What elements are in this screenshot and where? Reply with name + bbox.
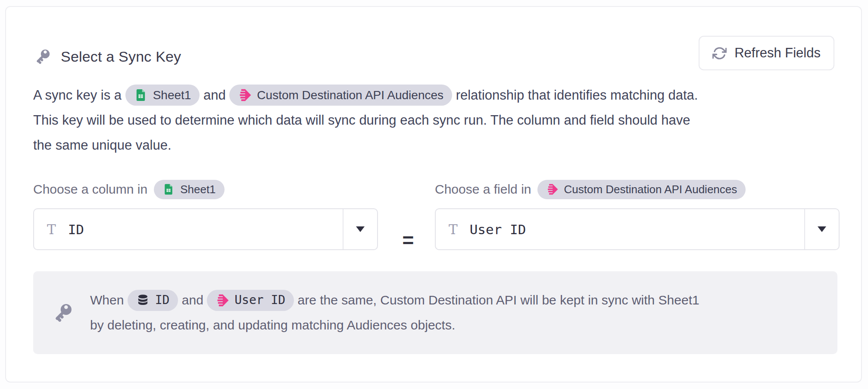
column-select-main[interactable]: T ID xyxy=(34,209,343,249)
text-type-icon: T xyxy=(47,222,56,237)
text-segment: and xyxy=(178,293,207,307)
text-segment: relationship that identifies matching da… xyxy=(452,88,698,103)
text-segment: This key will be used to determine which… xyxy=(33,113,690,128)
badge-label: User ID xyxy=(234,288,285,313)
sheets-icon xyxy=(134,88,147,102)
sync-behavior-text: When ID and User ID are the same, Custom… xyxy=(90,288,699,338)
sync-key-card: Select a Sync Key Refresh Fields A sync … xyxy=(5,6,862,383)
badge-column-id: ID xyxy=(128,290,178,311)
equals-sign: = xyxy=(395,230,421,250)
field-select-main[interactable]: T User ID xyxy=(436,209,804,249)
text-segment: and xyxy=(200,88,229,103)
badge-source-sheet: Sheet1 xyxy=(154,180,224,199)
hightouch-icon xyxy=(238,88,251,102)
text-segment: When xyxy=(90,293,128,307)
field-picker-label: Choose a field in Custom Destination API… xyxy=(435,179,746,200)
refresh-icon xyxy=(712,46,727,60)
badge-label: Sheet1 xyxy=(180,183,215,196)
badge-field-user-id: User ID xyxy=(207,290,294,311)
badge-destination: Custom Destination API Audiences xyxy=(229,85,452,106)
badge-source-sheet: Sheet1 xyxy=(125,85,200,106)
badge-label: Custom Destination API Audiences xyxy=(564,183,737,196)
database-icon xyxy=(136,294,150,307)
sync-behavior-info-box: When ID and User ID are the same, Custom… xyxy=(33,271,837,354)
text-segment: the same unique value. xyxy=(33,138,172,153)
refresh-fields-button[interactable]: Refresh Fields xyxy=(699,36,834,70)
sheets-icon xyxy=(162,183,175,195)
hightouch-icon xyxy=(215,294,229,307)
chevron-down-icon xyxy=(356,226,365,232)
badge-destination: Custom Destination API Audiences xyxy=(537,180,746,199)
sync-key-description: A sync key is a Sheet1 and Custom Destin… xyxy=(33,83,854,158)
field-select[interactable]: T User ID xyxy=(435,208,840,250)
badge-label: ID xyxy=(155,288,170,313)
text-segment: are the same, Custom Destination API wil… xyxy=(294,293,699,307)
card-header: Select a Sync Key xyxy=(33,47,181,66)
field-select-value: User ID xyxy=(470,222,526,237)
text-segment: by deleting, creating, and updating matc… xyxy=(90,318,455,332)
column-select[interactable]: T ID xyxy=(33,208,378,250)
column-select-value: ID xyxy=(68,222,84,237)
column-select-caret-button[interactable] xyxy=(343,209,377,249)
column-picker-label: Choose a column in Sheet1 xyxy=(33,179,225,200)
text-segment: A sync key is a xyxy=(33,88,125,103)
badge-label: Custom Destination API Audiences xyxy=(257,83,443,108)
page-title: Select a Sync Key xyxy=(61,48,181,65)
key-icon xyxy=(33,47,52,66)
badge-label: Sheet1 xyxy=(153,83,191,108)
key-icon xyxy=(51,301,75,324)
hightouch-icon xyxy=(546,183,558,195)
text-segment: Choose a column in xyxy=(33,182,147,197)
chevron-down-icon xyxy=(818,226,826,232)
text-segment: Choose a field in xyxy=(435,182,531,197)
field-select-caret-button[interactable] xyxy=(804,209,839,249)
text-type-icon: T xyxy=(449,222,458,237)
refresh-fields-label: Refresh Fields xyxy=(734,45,821,61)
